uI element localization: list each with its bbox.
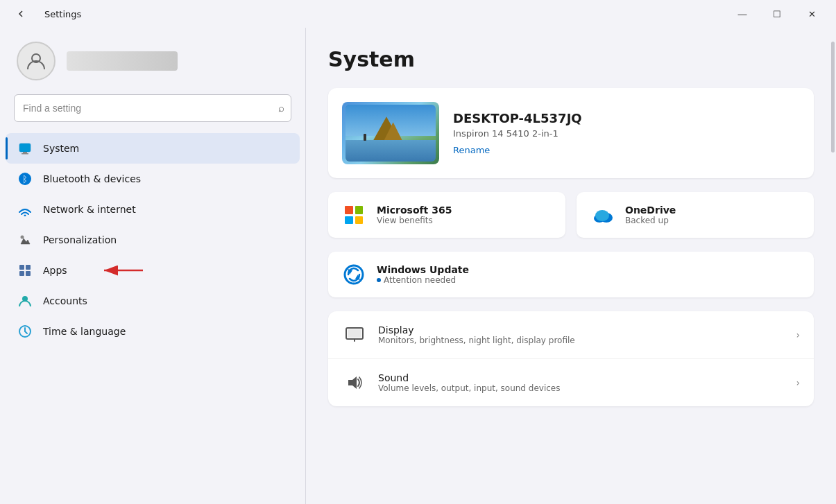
sound-desc: Volume levels, output, input, sound devi… — [378, 383, 785, 393]
device-model: Inspiron 14 5410 2-in-1 — [453, 128, 800, 139]
close-button[interactable]: ✕ — [796, 3, 828, 25]
minimize-button[interactable]: — — [726, 3, 758, 25]
settings-list: Display Monitors, brightness, night ligh… — [328, 311, 814, 406]
windows-update-icon — [341, 261, 367, 288]
svg-rect-9 — [26, 265, 31, 270]
bluetooth-icon: ᛒ — [17, 171, 33, 187]
titlebar-left: Settings — [6, 3, 81, 25]
sidebar-item-bluetooth[interactable]: ᛒ Bluetooth & devices — [6, 164, 300, 194]
svg-rect-23 — [348, 329, 361, 338]
sidebar-item-network-label: Network & internet — [43, 204, 136, 215]
svg-rect-11 — [26, 271, 31, 276]
search-box: ⌕ — [14, 94, 291, 122]
accounts-icon — [17, 293, 33, 309]
titlebar-controls: — ☐ ✕ — [726, 3, 828, 25]
windows-update-subtitle-text: Attention needed — [384, 275, 456, 285]
svg-text:ᛒ: ᛒ — [22, 174, 28, 184]
page-title: System — [328, 47, 814, 71]
display-icon — [342, 322, 367, 347]
device-image — [342, 102, 439, 164]
scrollbar-thumb[interactable] — [831, 42, 835, 153]
apps-icon — [17, 262, 33, 279]
device-card: DESKTOP-4L537JQ Inspiron 14 5410 2-in-1 … — [328, 88, 814, 178]
back-button[interactable] — [6, 3, 37, 25]
sound-setting[interactable]: Sound Volume levels, output, input, soun… — [328, 359, 814, 406]
svg-point-18 — [595, 210, 609, 221]
network-icon — [17, 201, 33, 218]
svg-rect-1 — [19, 144, 31, 152]
username-bar — [67, 51, 178, 71]
app-window: ⌕ System ᛒ — [0, 28, 836, 504]
sidebar-item-personalization-label: Personalization — [43, 234, 117, 245]
titlebar: Settings — ☐ ✕ — [0, 0, 836, 28]
sound-chevron: › — [796, 377, 800, 388]
sidebar-item-time-label: Time & language — [43, 326, 126, 337]
display-desc: Monitors, brightness, night light, displ… — [378, 336, 785, 345]
windows-update-subtitle: Attention needed — [377, 275, 469, 285]
user-section — [0, 28, 305, 94]
onedrive-card[interactable]: OneDrive Backed up — [577, 192, 814, 238]
svg-point-7 — [21, 236, 24, 239]
update-dot — [377, 278, 381, 282]
display-setting[interactable]: Display Monitors, brightness, night ligh… — [328, 311, 814, 359]
sidebar-item-personalization[interactable]: Personalization — [6, 225, 300, 255]
sound-text: Sound Volume levels, output, input, soun… — [378, 372, 785, 393]
svg-rect-2 — [23, 152, 27, 153]
apps-arrow-annotation — [96, 262, 144, 279]
content: System DESKTOP-4L537JQ Inspiron 14 5410 … — [306, 28, 836, 504]
windows-update-text: Windows Update Attention needed — [377, 264, 469, 285]
display-chevron: › — [796, 329, 800, 340]
avatar — [17, 42, 56, 80]
svg-rect-8 — [19, 265, 24, 270]
onedrive-icon — [589, 202, 615, 228]
onedrive-title: OneDrive — [625, 205, 676, 216]
time-icon — [17, 323, 33, 340]
microsoft365-icon — [341, 202, 367, 228]
sidebar-item-system-label: System — [43, 143, 79, 154]
sound-icon — [342, 370, 367, 395]
svg-rect-10 — [19, 271, 24, 276]
display-title: Display — [378, 324, 785, 336]
windows-update-card[interactable]: Windows Update Attention needed — [328, 252, 814, 297]
quick-links: Microsoft 365 View benefits OneDrive Bac… — [328, 192, 814, 238]
onedrive-subtitle: Backed up — [625, 216, 676, 225]
svg-marker-24 — [348, 376, 357, 389]
sidebar-item-bluetooth-label: Bluetooth & devices — [43, 173, 141, 184]
scrollbar-track — [829, 28, 836, 504]
microsoft365-text: Microsoft 365 View benefits — [377, 205, 452, 225]
sidebar-item-time[interactable]: Time & language — [6, 316, 300, 347]
device-rename-link[interactable]: Rename — [453, 145, 490, 155]
search-input[interactable] — [14, 94, 291, 122]
system-icon — [17, 140, 33, 157]
microsoft365-subtitle: View benefits — [377, 216, 452, 225]
onedrive-text: OneDrive Backed up — [625, 205, 676, 225]
sound-title: Sound — [378, 372, 785, 383]
microsoft365-title: Microsoft 365 — [377, 205, 452, 216]
device-name: DESKTOP-4L537JQ — [453, 111, 800, 125]
sidebar-item-apps-label: Apps — [43, 265, 67, 276]
sidebar: ⌕ System ᛒ — [0, 28, 305, 504]
svg-rect-3 — [22, 153, 28, 155]
sidebar-item-network[interactable]: Network & internet — [6, 194, 300, 225]
microsoft365-card[interactable]: Microsoft 365 View benefits — [328, 192, 565, 238]
device-info: DESKTOP-4L537JQ Inspiron 14 5410 2-in-1 … — [453, 111, 800, 156]
personalization-icon — [17, 232, 33, 248]
sidebar-item-apps[interactable]: Apps — [6, 255, 300, 286]
display-text: Display Monitors, brightness, night ligh… — [378, 324, 785, 345]
titlebar-title: Settings — [44, 9, 81, 19]
sidebar-item-accounts-label: Accounts — [43, 295, 87, 306]
maximize-button[interactable]: ☐ — [761, 3, 793, 25]
device-wallpaper — [346, 105, 436, 162]
nav-list: System ᛒ Bluetooth & devices — [0, 133, 305, 347]
sidebar-item-system[interactable]: System — [6, 133, 300, 164]
svg-point-6 — [24, 215, 26, 217]
search-icon: ⌕ — [278, 102, 284, 114]
windows-update-title: Windows Update — [377, 264, 469, 275]
sidebar-item-accounts[interactable]: Accounts — [6, 286, 300, 316]
